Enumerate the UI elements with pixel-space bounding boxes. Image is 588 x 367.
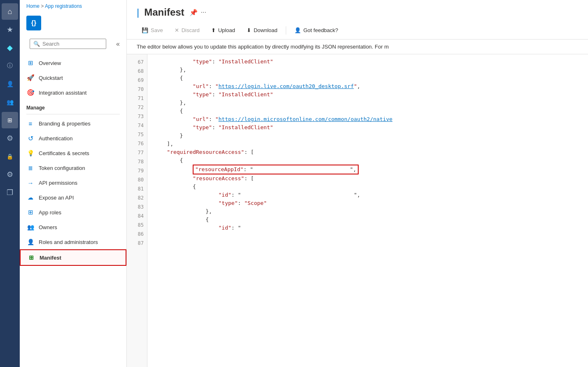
lock-icon[interactable]: 🔒 xyxy=(2,148,18,165)
users-icon[interactable]: 👥 xyxy=(2,94,18,110)
manifest-label: Manifest xyxy=(40,255,61,261)
code-line-71: "type": "InstalledClient" xyxy=(154,91,581,99)
breadcrumb-home[interactable]: Home xyxy=(26,3,40,9)
search-icon: 🔍 xyxy=(33,41,40,47)
sidebar-item-certificates[interactable]: 💡 Certificates & secrets xyxy=(20,146,126,160)
code-line-76: } xyxy=(154,132,581,140)
breadcrumb-separator: > xyxy=(41,3,45,9)
code-line-67: "type": "InstalledClient" xyxy=(154,58,581,66)
code-line-79: { xyxy=(154,156,581,165)
quickstart-label: Quickstart xyxy=(39,75,63,81)
cert-icon: 💡 xyxy=(26,149,35,157)
code-line-70: "url": "https://login.live.com/oauth20_d… xyxy=(154,82,581,91)
code-line-82: { xyxy=(154,183,581,191)
upload-button[interactable]: ⬆ Upload xyxy=(206,25,240,36)
feedback-button[interactable]: 👤 Got feedback? xyxy=(289,25,343,36)
code-line-72: }, xyxy=(154,99,581,107)
settings-icon[interactable]: ⚙ xyxy=(2,166,18,183)
sidebar-item-manifest[interactable]: ⊞ Manifest xyxy=(20,249,126,266)
user-icon[interactable]: 👤 xyxy=(2,76,18,92)
diamond-icon[interactable]: ◆ xyxy=(2,39,18,56)
description-text: The editor below allows you to update th… xyxy=(137,44,389,50)
save-icon: 💾 xyxy=(142,27,148,33)
copy-icon[interactable]: ❐ xyxy=(2,184,18,201)
api-label: API permissions xyxy=(39,180,77,186)
icon-bar: ⌂ ★ ◆ ⓘ 👤 👥 ⊞ ⚙ 🔒 ⚙ ❐ xyxy=(0,0,20,367)
pin-icon[interactable]: 📌 xyxy=(189,9,198,16)
code-line-74: "url": "https://login.microsoftonline.co… xyxy=(154,115,581,123)
manage-section-label: Manage xyxy=(20,100,126,112)
breadcrumb: Home > App registrations xyxy=(20,0,126,11)
upload-icon: ⬆ xyxy=(211,27,216,33)
sidebar-item-quickstart[interactable]: 🚀 Quickstart xyxy=(20,70,126,85)
roles-label: Roles and administrators xyxy=(39,239,98,245)
approles-icon: ⊞ xyxy=(26,208,35,216)
code-line-75: "type": "InstalledClient" xyxy=(154,123,581,132)
code-line-81: "resourceAccess": [ xyxy=(154,174,581,183)
sidebar-header: {} xyxy=(20,11,126,35)
overview-icon: ⊞ xyxy=(26,59,35,67)
sidebar-item-authentication[interactable]: ↺ Authentication xyxy=(20,131,126,146)
quickstart-icon: 🚀 xyxy=(26,74,35,82)
code-line-83: "id": " ", xyxy=(154,191,581,199)
expose-label: Expose an API xyxy=(39,195,74,201)
code-editor[interactable]: "type": "InstalledClient" }, { "url": "h… xyxy=(147,54,588,367)
description-bar: The editor below allows you to update th… xyxy=(127,39,588,54)
api-icon: → xyxy=(26,179,35,187)
more-icon[interactable]: ··· xyxy=(201,9,206,16)
discard-icon: ✕ xyxy=(175,27,179,33)
sidebar-item-app-roles[interactable]: ⊞ App roles xyxy=(20,205,126,220)
cert-label: Certificates & secrets xyxy=(39,150,89,156)
code-line-68: }, xyxy=(154,66,581,74)
code-line-77: ], xyxy=(154,140,581,148)
expose-icon: ☁ xyxy=(26,193,35,202)
sidebar-item-expose-api[interactable]: ☁ Expose an API xyxy=(20,190,126,205)
title-actions: 📌 ··· xyxy=(189,9,206,16)
app-icon: {} xyxy=(26,16,41,30)
auth-label: Authentication xyxy=(39,135,72,142)
editor-area: 67 68 69 70 71 72 73 74 75 76 77 78 79 8… xyxy=(127,54,588,367)
code-line-84: "type": "Scope" xyxy=(154,199,581,207)
star-icon[interactable]: ★ xyxy=(2,21,18,38)
manage-divider xyxy=(26,114,120,114)
breadcrumb-current: App registrations xyxy=(45,3,82,9)
feedback-icon: 👤 xyxy=(294,27,301,33)
code-line-69: { xyxy=(154,74,581,82)
sidebar-item-overview[interactable]: ⊞ Overview xyxy=(20,56,126,70)
search-input[interactable] xyxy=(42,41,103,47)
sidebar-item-token[interactable]: ||| Token configuration xyxy=(20,160,126,175)
integration-icon: 🎯 xyxy=(26,88,35,97)
manifest-icon: ⊞ xyxy=(27,253,35,262)
discard-button[interactable]: ✕ Discard xyxy=(170,25,205,36)
search-container: 🔍 xyxy=(30,39,106,49)
page-title: Manifest xyxy=(137,7,184,18)
token-icon: ||| xyxy=(26,164,35,172)
code-line-78: "requiredResourceAccess": [ xyxy=(154,148,581,156)
owners-label: Owners xyxy=(39,224,57,230)
collapse-button[interactable]: « xyxy=(113,39,123,49)
toolbar: 💾 Save ✕ Discard ⬆ Upload ⬇ Download 👤 G… xyxy=(127,21,588,39)
branding-icon: ≡ xyxy=(26,119,35,128)
sidebar-item-integration[interactable]: 🎯 Integration assistant xyxy=(20,85,126,100)
page-header: Manifest 📌 ··· xyxy=(127,0,588,21)
integration-label: Integration assistant xyxy=(39,90,86,96)
gear-icon[interactable]: ⚙ xyxy=(2,130,18,146)
overview-label: Overview xyxy=(39,60,61,66)
sidebar-item-api-permissions[interactable]: → API permissions xyxy=(20,175,126,190)
download-button[interactable]: ⬇ Download xyxy=(242,25,282,36)
sidebar-item-roles-admins[interactable]: 👤 Roles and administrators xyxy=(20,235,126,249)
sidebar-item-branding[interactable]: ≡ Branding & properties xyxy=(20,116,126,131)
code-line-86: { xyxy=(154,216,581,224)
roles-icon: 👤 xyxy=(26,238,35,246)
sidebar-item-owners[interactable]: 👥 Owners xyxy=(20,220,126,235)
owners-icon: 👥 xyxy=(26,223,35,231)
info-icon[interactable]: ⓘ xyxy=(2,58,18,74)
grid-icon[interactable]: ⊞ xyxy=(2,112,18,128)
token-label: Token configuration xyxy=(39,165,85,171)
code-line-87: "id": " xyxy=(154,224,581,232)
home-icon[interactable]: ⌂ xyxy=(2,3,18,20)
main-content: Manifest 📌 ··· 💾 Save ✕ Discard ⬆ Upload… xyxy=(127,0,588,367)
save-button[interactable]: 💾 Save xyxy=(137,25,168,36)
line-numbers: 67 68 69 70 71 72 73 74 75 76 77 78 79 8… xyxy=(127,54,147,367)
branding-label: Branding & properties xyxy=(39,121,91,127)
